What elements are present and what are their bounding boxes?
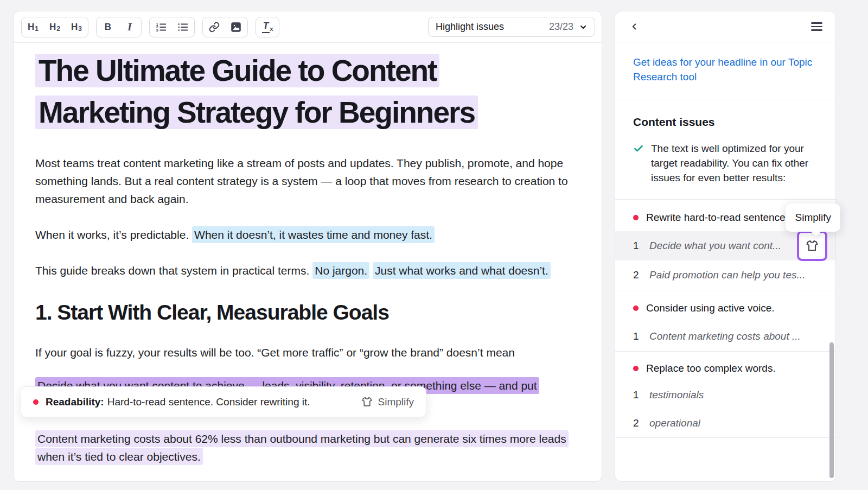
simplify-action-label: Simplify — [378, 396, 414, 408]
issue-red-dot — [633, 366, 639, 371]
issue-red-dot — [633, 306, 639, 311]
readability-success-item: The text is well optimized for your targ… — [633, 141, 818, 185]
p6-lavender-highlight[interactable]: Content marketing costs about 62% less t… — [35, 430, 569, 465]
link-icon — [209, 22, 220, 33]
issue-item-text: testimonials — [649, 389, 704, 401]
editor-card: H1 H2 H3 B I 1 2 3 — [13, 11, 602, 482]
readability-note-label: Readability: — [46, 396, 104, 408]
highlight-issues-count: 23/23 — [549, 21, 573, 33]
section-heading-goals: 1. Start With Clear, Measurable Goals — [35, 300, 580, 326]
issue-item-text: Paid promotion can help you tes... — [649, 269, 805, 281]
issue-group-complex-words: Replace too complex words. 1 testimonial… — [615, 352, 835, 438]
p2-blue-highlight[interactable]: When it doesn’t, it wastes time and mone… — [192, 226, 435, 243]
issue-group-title-text: Consider using active voice. — [646, 302, 775, 314]
bold-button[interactable]: B — [98, 18, 118, 36]
format-button-group: B I — [96, 17, 142, 37]
issue-item-number: 1 — [633, 240, 640, 252]
issue-item-row[interactable]: 1 Content marketing costs about ... — [615, 322, 835, 351]
issue-item-text: operational — [649, 417, 700, 429]
paragraph-guide: This guide breaks down that system in pr… — [35, 262, 580, 279]
highlight-issues-label: Highlight issues — [436, 21, 544, 33]
italic-button[interactable]: I — [119, 18, 140, 36]
p2-plain-text: When it works, it’s predictable. — [35, 228, 192, 241]
h1-label: H — [28, 22, 34, 33]
issue-group-active-voice: Consider using active voice. 1 Content m… — [615, 290, 835, 352]
issue-group-title[interactable]: Replace too complex words. — [615, 352, 835, 381]
assistant-panel: Get ideas for your headline in our Topic… — [615, 11, 836, 482]
ordered-list-button[interactable]: 1 2 3 — [151, 18, 171, 36]
readability-success-message: The text is well optimized for your targ… — [651, 141, 818, 185]
h2-button[interactable]: H2 — [44, 18, 65, 36]
shirt-icon — [806, 239, 819, 252]
title-highlight-line2: Marketing Strategy for Beginners — [35, 96, 478, 129]
title-highlight-line1: The Ultimate Guide to Content — [35, 54, 439, 87]
h3-button[interactable]: H3 — [66, 18, 87, 36]
image-icon — [231, 22, 241, 33]
topic-research-link[interactable]: Get ideas for your headline in our Topic… — [633, 56, 812, 82]
ordered-list-icon: 1 2 3 — [155, 21, 167, 33]
p3-blue-highlight-2[interactable]: Just what works and what doesn’t. — [373, 262, 551, 279]
chevron-left-icon — [629, 22, 639, 31]
paragraph-costs: Content marketing costs about 62% less t… — [35, 430, 580, 466]
p3-blue-highlight-1[interactable]: No jargon. — [312, 262, 369, 279]
chevron-down-icon — [579, 23, 588, 31]
image-button[interactable] — [226, 18, 246, 36]
issue-item-number: 1 — [633, 389, 640, 401]
clear-format-group: Tx — [256, 17, 279, 37]
paragraph-predictable: When it works, it’s predictable. When it… — [35, 226, 580, 244]
h1-sub: 1 — [35, 25, 39, 33]
panel-scrollbar[interactable] — [829, 342, 834, 478]
issue-item-text: Content marketing costs about ... — [649, 330, 801, 342]
h2-label: H — [49, 22, 56, 33]
issue-item-row-selected[interactable]: 1 Decide what you want cont... Simplify — [615, 231, 835, 260]
list-button-group: 1 2 3 — [149, 17, 195, 37]
readability-issue-dot — [33, 399, 39, 405]
back-button[interactable] — [626, 18, 642, 35]
issue-item-number: 2 — [633, 417, 640, 429]
content-issues-block: Content issues The text is well optimize… — [615, 99, 835, 200]
h3-sub: 3 — [78, 25, 82, 33]
h3-label: H — [71, 22, 78, 33]
issue-group-title-text: Rewrite hard-to-read sentences. — [646, 212, 793, 224]
unordered-list-button[interactable] — [173, 18, 193, 36]
heading-button-group: H1 H2 H3 — [21, 17, 88, 37]
simplify-action-button[interactable]: Simplify — [361, 396, 414, 408]
issue-red-dot — [633, 215, 639, 220]
svg-text:3: 3 — [156, 28, 158, 31]
paragraph-intro: Most teams treat content marketing like … — [35, 154, 580, 208]
simplify-icon-button[interactable] — [797, 231, 827, 261]
p3-plain-text: This guide breaks down that system in pr… — [35, 264, 312, 277]
issue-item-number: 1 — [633, 330, 640, 342]
unordered-list-icon — [177, 21, 189, 33]
h1-button[interactable]: H1 — [23, 18, 43, 36]
content-issues-title: Content issues — [633, 116, 818, 129]
issue-item-number: 2 — [633, 269, 640, 281]
insert-button-group — [202, 17, 248, 37]
document-title: The Ultimate Guide to ContentMarketing S… — [35, 50, 580, 133]
issue-item-row[interactable]: 1 testimonials — [615, 381, 835, 409]
clear-formatting-icon: T — [262, 21, 270, 33]
topic-research-link-block: Get ideas for your headline in our Topic… — [615, 42, 835, 99]
issue-group-title-text: Replace too complex words. — [646, 362, 776, 374]
paragraph-fuzzy-goal: If your goal is fuzzy, your results will… — [35, 343, 580, 361]
simplify-tooltip: Simplify — [786, 203, 840, 232]
h2-sub: 2 — [56, 25, 60, 33]
highlight-issues-dropdown[interactable]: Highlight issues 23/23 — [428, 17, 595, 37]
issue-group-hard-to-read: Rewrite hard-to-read sentences. 1 Decide… — [615, 200, 835, 290]
readability-note: Readability: Hard-to-read sentence. Cons… — [21, 386, 426, 417]
shirt-icon — [361, 396, 373, 408]
document-editor[interactable]: The Ultimate Guide to ContentMarketing S… — [14, 43, 602, 481]
panel-header — [615, 11, 835, 42]
clear-formatting-button[interactable]: Tx — [257, 18, 278, 36]
readability-note-text: Hard-to-read sentence. Consider rewritin… — [107, 396, 310, 408]
issue-group-title[interactable]: Consider using active voice. — [615, 290, 835, 322]
issue-item-row[interactable]: 2 operational — [615, 409, 835, 437]
menu-icon[interactable] — [808, 18, 825, 35]
link-button[interactable] — [204, 18, 225, 36]
issue-item-text: Decide what you want cont... — [649, 240, 781, 252]
checkmark-icon — [633, 143, 644, 154]
issue-item-row[interactable]: 2 Paid promotion can help you tes... — [615, 260, 835, 290]
editor-toolbar: H1 H2 H3 B I 1 2 3 — [14, 11, 602, 43]
